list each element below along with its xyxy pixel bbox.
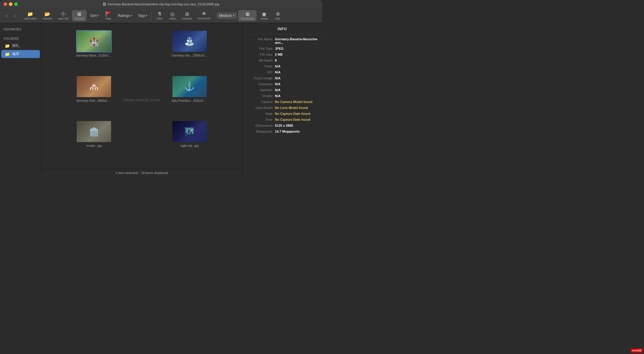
info-key: Flash [246, 65, 273, 68]
chevron-down-icon: ▾ [233, 14, 234, 17]
thumbnail-image [77, 121, 111, 142]
chevron-down-icon: ▾ [131, 14, 132, 17]
info-key: File Type [246, 47, 273, 50]
toolbar: ‹ › 📁 Add Folder 📂 Favorite ➕ New Tab ⊞ … [0, 8, 322, 23]
thumbnail-item[interactable]: night-city...jpg [142, 118, 238, 163]
info-panel-title: INFO [242, 27, 322, 34]
info-row-dimensions: Dimensions 5120 x 2880 [242, 123, 322, 128]
sidebar: FAVORITES FOLDERS 📁 婚礼 📁 城市 [0, 23, 41, 177]
info-edit-button[interactable]: ⊞ Info/Edit [180, 10, 194, 21]
info-row-flash: Flash N/A [242, 63, 322, 69]
info-key: Exposure [246, 82, 273, 86]
viewer-button[interactable]: ▣ Viewer [258, 10, 270, 21]
sidebar-item-wedding[interactable]: 📁 婚礼 [1, 42, 40, 50]
tasks-button[interactable]: ◎ Tasks [166, 10, 178, 21]
thumbnail-item[interactable]: Germany-Bava...5120x2880.jpg [46, 28, 142, 73]
chevron-down-icon: ▾ [97, 14, 99, 17]
new-tab-button[interactable]: ➕ New Tab [56, 10, 71, 21]
favorite-icon: 📂 [44, 11, 50, 17]
info-key: Focal Length [246, 76, 273, 80]
favorite-button[interactable]: 📂 Favorite [40, 10, 55, 21]
info-value-flash: N/A [275, 65, 281, 68]
browser-icon: ⊞ [77, 11, 81, 17]
maximize-button[interactable] [14, 2, 18, 6]
info-row-exposure: Exposure N/A [242, 81, 322, 87]
info-value-date: No Capture Date found [275, 112, 310, 115]
info-key: Bit Depth [246, 59, 273, 62]
thumbnail-size-dropdown[interactable]: Medium ▾ [217, 12, 237, 19]
info-key: File Name [246, 37, 273, 41]
folder-icon: 📁 [5, 44, 10, 48]
info-key: ISO [246, 70, 273, 74]
sort-dropdown[interactable]: Sort ▾ [88, 12, 101, 19]
info-key: Camera [246, 100, 273, 104]
thumbnail-image-wrapper [76, 75, 112, 98]
minimize-button[interactable] [9, 2, 12, 6]
info-panel: INFO File Name Germany-Bavaria-Neuschwan… [242, 23, 322, 177]
info-value-filetype: JPEG [275, 47, 283, 50]
info-value-time: No Capture Date found [275, 118, 310, 121]
filter-icon: ⚗ [157, 11, 161, 17]
flag-icon: 🚩 [105, 11, 111, 17]
info-row-bitdepth: Bit Depth 8 [242, 57, 322, 63]
thumbnail-grid: Germany-Bava...5120x2880.jpg Germany-cit… [41, 23, 242, 168]
info-icon: ⊞ [185, 11, 189, 17]
info-row-lensmodel: Lens Model No Lens Model found [242, 105, 322, 111]
thumbnail-label: Germany-Gott...3840x2160.jpg [76, 99, 112, 102]
separator [151, 11, 152, 20]
info-row-filesize: File Size 2 MB [242, 52, 322, 57]
info-key: Megapixels [246, 130, 273, 133]
thumbnail-item[interactable]: Italy-Portofino-...920x1200.jpg [142, 73, 238, 118]
ratings-dropdown[interactable]: Ratings ▾ [115, 12, 134, 19]
thumbnail-item[interactable]: temple...jpg [46, 118, 142, 163]
thumbnail-label: temple...jpg [76, 144, 112, 147]
thumbnail-image [77, 31, 111, 52]
add-folder-icon: 📁 [27, 11, 33, 17]
info-value-iso: N/A [275, 70, 281, 74]
thumbnail-item[interactable]: Germany-Gott...3840x2160.jpg [46, 73, 142, 118]
info-value-filename: Germany-Bavaria-Neuschwann... [275, 37, 318, 44]
info-row-camera: Camera No Camera Model found [242, 99, 322, 105]
new-tab-icon: ➕ [60, 11, 66, 17]
thumbnail-image [77, 76, 111, 97]
thumbnail-image-wrapper [172, 120, 207, 143]
thumbnail-image [172, 31, 207, 52]
browser-button[interactable]: ⊞ Browser [72, 10, 86, 21]
info-key: File Size [246, 53, 273, 56]
flag-button[interactable]: 🚩 Flag [102, 10, 114, 21]
thumbnail-label: Italy-Portofino-...920x1200.jpg [172, 99, 207, 102]
sidebar-item-city[interactable]: 📁 城市 [1, 50, 40, 58]
viewer-icon: ▣ [262, 11, 266, 17]
filter-button[interactable]: ⚗ Filter [153, 10, 165, 21]
thumbnail-image-wrapper [76, 120, 112, 143]
tags-dropdown[interactable]: Tags ▾ [135, 12, 150, 19]
main-layout: FAVORITES FOLDERS 📁 婚礼 📁 城市 www.macjb.co… [0, 23, 322, 177]
edit-button[interactable]: ⚙ Edit [272, 10, 284, 21]
thumbnail-label: Germany-Bava...5120x2880.jpg [76, 54, 112, 57]
folder-icon: 📁 [5, 52, 10, 57]
info-key: Dimensions [246, 124, 273, 127]
folders-title: FOLDERS [0, 36, 41, 41]
info-value-shutter: N/A [275, 94, 281, 98]
info-row-shutter: Shutter N/A [242, 93, 322, 99]
thumbnail-item[interactable]: Germany-city-...2560x1600.jpg [142, 28, 238, 73]
info-row-iso: ISO N/A [242, 69, 322, 75]
thumbnails-button[interactable]: ⊞ Thumbnails [238, 10, 257, 21]
thumbnail-image-wrapper [76, 30, 112, 52]
content-area: www.macjb.com Germany-Bava...5120x2880.j… [41, 23, 242, 177]
back-button[interactable]: ‹ [2, 12, 11, 20]
info-row-focallength: Focal Length N/A [242, 75, 322, 81]
tasks-icon: ◎ [170, 11, 174, 17]
quicklook-button[interactable]: 👁 QuickLook [196, 10, 213, 21]
info-row-filetype: File Type JPEG [242, 46, 322, 52]
info-key: Shutter [246, 94, 273, 98]
forward-button[interactable]: › [11, 12, 20, 20]
close-button[interactable] [4, 2, 7, 6]
chevron-down-icon: ▾ [146, 14, 147, 17]
info-value-megapixels: 14.7 Megapixels [275, 130, 300, 133]
info-key: Date [246, 112, 273, 115]
thumbnail-image [172, 76, 207, 97]
add-folder-button[interactable]: 📁 Add Folder [21, 10, 39, 21]
thumbnail-label: night-city...jpg [172, 144, 207, 147]
separator2 [214, 11, 215, 20]
